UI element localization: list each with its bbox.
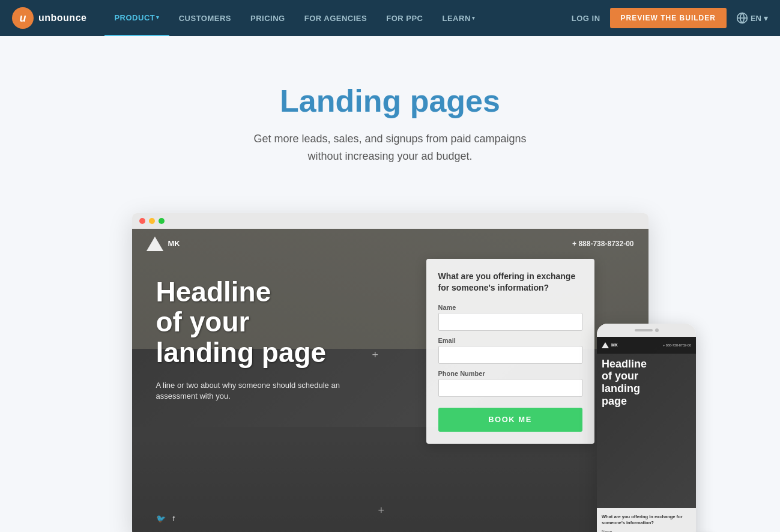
lp-logo: MK xyxy=(147,237,180,251)
language-selector[interactable]: EN ▾ xyxy=(736,12,768,24)
nav-item-agencies[interactable]: FOR AGENCIES xyxy=(295,0,376,36)
nav-link-agencies[interactable]: FOR AGENCIES xyxy=(295,0,376,36)
nav-link-customers[interactable]: CUSTOMERS xyxy=(169,0,241,36)
nav-item-pricing[interactable]: PRICING xyxy=(241,0,295,36)
mobile-content: MK + 888-738-8732-00 Headline of your la… xyxy=(597,337,696,532)
browser-minimize-dot xyxy=(149,218,155,224)
globe-icon xyxy=(736,12,748,24)
mobile-form-area: What are you offering in exchange for so… xyxy=(597,508,696,532)
mobile-logo-triangle xyxy=(602,342,609,348)
browser-toolbar xyxy=(132,213,648,229)
mobile-logo: MK xyxy=(602,342,618,348)
twitter-icon: 🐦 xyxy=(156,514,166,523)
lp-form-group-phone: Phone Number xyxy=(438,370,582,397)
nav-link-learn[interactable]: LEARN ▾ xyxy=(433,0,485,36)
lp-logo-text: MK xyxy=(168,239,180,248)
mobile-lp-topbar: MK + 888-738-8732-00 xyxy=(597,337,696,354)
lp-headline: Headline of your landing page A line or … xyxy=(156,277,360,402)
logo-text: unbounce xyxy=(38,13,86,23)
lp-form-group-name: Name xyxy=(438,304,582,331)
lp-plus-icon-2: + xyxy=(378,504,385,517)
lp-form-panel: What are you offering in exchange for so… xyxy=(426,259,594,444)
lp-form-input-name[interactable] xyxy=(438,313,582,331)
facebook-icon: f xyxy=(173,514,175,523)
browser-content: MK + 888-738-8732-00 Headline of your la… xyxy=(132,229,648,532)
mobile-camera xyxy=(655,328,659,332)
landing-page-topbar: MK + 888-738-8732-00 xyxy=(132,229,648,259)
mobile-form-name-label: Name xyxy=(602,530,691,532)
login-link[interactable]: LOG IN xyxy=(572,14,600,23)
mobile-top-bar xyxy=(597,324,696,337)
desktop-browser-mockup: MK + 888-738-8732-00 Headline of your la… xyxy=(132,213,648,532)
lp-form-submit-button[interactable]: BOOK ME xyxy=(438,408,582,432)
logo-link[interactable]: u unbounce xyxy=(12,7,86,29)
nav-item-customers[interactable]: CUSTOMERS xyxy=(169,0,241,36)
mobile-form-text: What are you offering in exchange for so… xyxy=(602,514,691,526)
mobile-logo-text: MK xyxy=(611,343,618,347)
lp-subtext: A line or two about why someone should s… xyxy=(156,380,360,402)
nav-item-ppc[interactable]: FOR PPC xyxy=(376,0,432,36)
lp-form-title: What are you offering in exchange for so… xyxy=(438,271,582,294)
browser-maximize-dot xyxy=(159,218,165,224)
mockup-section: MK + 888-738-8732-00 Headline of your la… xyxy=(0,201,780,532)
mobile-speaker xyxy=(635,329,653,331)
nav-item-learn[interactable]: LEARN ▾ xyxy=(433,0,485,36)
hero-section: Landing pages Get more leads, sales, and… xyxy=(0,36,780,201)
dropdown-arrow-product: ▾ xyxy=(156,14,160,20)
dropdown-arrow-learn: ▾ xyxy=(472,15,476,21)
lp-phone-number: + 888-738-8732-00 xyxy=(572,240,633,248)
hero-subtitle: Get more leads, sales, and signups from … xyxy=(222,130,558,165)
lang-label: EN xyxy=(751,14,761,23)
nav-item-product[interactable]: PRODUCT ▾ xyxy=(104,0,169,36)
lang-dropdown-arrow: ▾ xyxy=(764,14,768,23)
lp-form-input-phone[interactable] xyxy=(438,379,582,397)
nav-link-product[interactable]: PRODUCT ▾ xyxy=(104,0,169,36)
nav-right: LOG IN PREVIEW THE BUILDER EN ▾ xyxy=(572,8,768,28)
lp-logo-triangle xyxy=(147,237,163,251)
navbar: u unbounce PRODUCT ▾ CUSTOMERS PRICING F… xyxy=(0,0,780,36)
mobile-headline: Headline of your landing page xyxy=(602,358,647,408)
lp-form-label-email: Email xyxy=(438,337,582,344)
lp-form-input-email[interactable] xyxy=(438,346,582,364)
lp-form-label-phone: Phone Number xyxy=(438,370,582,377)
lp-social-icons: 🐦 f xyxy=(156,514,175,523)
lp-form-group-email: Email xyxy=(438,337,582,364)
lp-form-label-name: Name xyxy=(438,304,582,311)
mobile-phone-mockup: MK + 888-738-8732-00 Headline of your la… xyxy=(597,324,696,532)
nav-link-pricing[interactable]: PRICING xyxy=(241,0,295,36)
hero-title: Landing pages xyxy=(12,84,768,118)
preview-builder-button[interactable]: PREVIEW THE BUILDER xyxy=(610,8,727,28)
nav-links: PRODUCT ▾ CUSTOMERS PRICING FOR AGENCIES… xyxy=(104,0,571,36)
mobile-phone-number: + 888-738-8732-00 xyxy=(663,343,691,347)
browser-close-dot xyxy=(139,218,145,224)
nav-link-ppc[interactable]: FOR PPC xyxy=(376,0,432,36)
lp-headline-text: Headline of your landing page xyxy=(156,277,360,368)
lp-plus-icon-1: + xyxy=(372,349,379,361)
logo-icon: u xyxy=(12,7,34,29)
